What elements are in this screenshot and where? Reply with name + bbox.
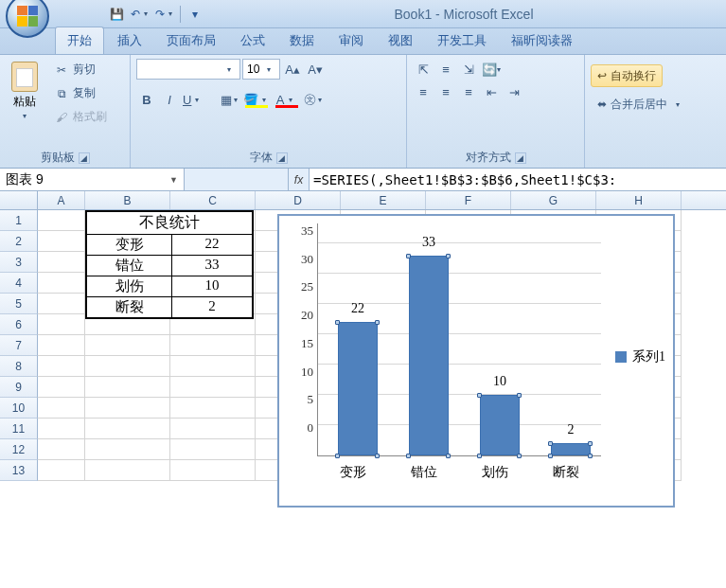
decrease-indent-button[interactable]: ⇤ xyxy=(481,81,502,102)
cell[interactable] xyxy=(85,377,170,398)
col-header[interactable]: E xyxy=(341,191,426,209)
wrap-text-button[interactable]: ↩自动换行 xyxy=(591,64,663,87)
dialog-launcher-icon[interactable]: ◢ xyxy=(79,152,90,164)
cell[interactable] xyxy=(38,210,85,231)
cell[interactable] xyxy=(170,335,256,356)
align-right-button[interactable]: ≡ xyxy=(458,81,479,102)
borders-button[interactable]: ▦▾ xyxy=(220,89,240,110)
qat-customize[interactable]: ▾ xyxy=(185,4,205,25)
align-top-button[interactable]: ⇱ xyxy=(413,59,434,80)
tab-foxit[interactable]: 福昕阅读器 xyxy=(500,27,584,54)
format-painter-button[interactable]: 🖌格式刷 xyxy=(49,106,112,128)
align-center-button[interactable]: ≡ xyxy=(435,81,456,102)
qat-redo[interactable]: ↷▾ xyxy=(155,4,176,25)
copy-button[interactable]: ⧉复制 xyxy=(49,82,112,104)
cut-button[interactable]: ✂剪切 xyxy=(49,59,112,80)
row-header[interactable]: 3 xyxy=(0,252,38,273)
row-header[interactable]: 2 xyxy=(0,231,38,252)
col-header[interactable]: G xyxy=(511,191,596,209)
plot-area[interactable]: 2233102 xyxy=(317,223,601,456)
qat-save[interactable]: 💾 xyxy=(106,4,127,25)
row-header[interactable]: 11 xyxy=(0,419,38,439)
font-size-combobox[interactable]: 10▾ xyxy=(242,59,280,80)
cell[interactable] xyxy=(170,460,256,481)
embedded-chart[interactable]: 35302520151050 2233102 变形错位划伤断裂 系列1 xyxy=(277,214,675,508)
row-header[interactable]: 6 xyxy=(0,314,38,335)
chevron-down-icon[interactable]: ▼ xyxy=(169,175,178,185)
row-header[interactable]: 10 xyxy=(0,398,38,419)
col-header[interactable]: H xyxy=(596,191,682,209)
cell[interactable] xyxy=(38,252,85,273)
cell[interactable] xyxy=(85,460,170,481)
tab-developer[interactable]: 开发工具 xyxy=(426,27,498,54)
cell[interactable] xyxy=(85,335,170,356)
chevron-down-icon[interactable]: ▾ xyxy=(222,65,236,74)
tab-data[interactable]: 数据 xyxy=(278,27,326,54)
cell[interactable] xyxy=(170,377,256,398)
chart-legend[interactable]: 系列1 xyxy=(615,348,665,365)
col-header[interactable]: C xyxy=(170,191,256,209)
cell[interactable] xyxy=(38,460,85,481)
cell[interactable] xyxy=(38,335,85,356)
cell[interactable] xyxy=(38,377,85,398)
align-middle-button[interactable]: ≡ xyxy=(435,59,456,80)
chevron-down-icon[interactable]: ▾ xyxy=(258,96,270,104)
cell[interactable] xyxy=(85,356,170,377)
select-all-corner[interactable] xyxy=(0,191,38,209)
chevron-down-icon[interactable]: ▾ xyxy=(18,112,31,120)
cell[interactable] xyxy=(38,439,85,460)
chevron-down-icon[interactable]: ▾ xyxy=(316,96,323,104)
cell[interactable] xyxy=(38,419,85,439)
tab-review[interactable]: 审阅 xyxy=(328,27,375,54)
row-header[interactable]: 12 xyxy=(0,439,38,460)
chevron-down-icon[interactable]: ▾ xyxy=(671,100,684,109)
col-header[interactable]: F xyxy=(426,191,511,209)
paste-button[interactable]: 粘贴 ▾ xyxy=(6,59,44,123)
italic-button[interactable]: I xyxy=(159,89,180,110)
dialog-launcher-icon[interactable]: ◢ xyxy=(276,152,288,164)
tab-view[interactable]: 视图 xyxy=(377,27,424,54)
row-header[interactable]: 7 xyxy=(0,335,38,356)
tab-formulas[interactable]: 公式 xyxy=(229,27,276,54)
bold-button[interactable]: B xyxy=(136,89,157,110)
font-color-button[interactable]: A▾ xyxy=(273,89,301,110)
align-left-button[interactable]: ≡ xyxy=(413,81,434,102)
tab-home[interactable]: 开始 xyxy=(55,27,104,54)
row-header[interactable]: 13 xyxy=(0,460,38,481)
chevron-down-icon[interactable]: ▾ xyxy=(140,9,151,18)
chart-bar[interactable] xyxy=(480,395,520,455)
cell[interactable] xyxy=(38,356,85,377)
row-header[interactable]: 9 xyxy=(0,377,38,398)
chevron-down-icon[interactable]: ▾ xyxy=(165,9,176,18)
fx-icon[interactable]: fx xyxy=(289,169,310,190)
cell[interactable] xyxy=(170,356,256,377)
chevron-down-icon[interactable]: ▾ xyxy=(232,96,239,104)
chevron-down-icon[interactable]: ▾ xyxy=(191,96,202,104)
cell[interactable] xyxy=(170,419,256,439)
qat-undo[interactable]: ↶▾ xyxy=(131,4,151,25)
cell[interactable] xyxy=(85,439,170,460)
cell[interactable] xyxy=(85,398,170,419)
shrink-font-button[interactable]: A▾ xyxy=(305,59,326,80)
cell[interactable] xyxy=(38,398,85,419)
row-header[interactable]: 8 xyxy=(0,356,38,377)
merge-center-button[interactable]: ⬌合并后居中▾ xyxy=(591,93,691,116)
phonetic-button[interactable]: ㉆▾ xyxy=(303,89,324,110)
row-header[interactable]: 1 xyxy=(0,210,38,231)
cell[interactable] xyxy=(38,314,85,335)
chevron-down-icon[interactable]: ▾ xyxy=(262,65,275,74)
col-header[interactable]: D xyxy=(256,191,341,209)
cell[interactable] xyxy=(38,294,85,314)
orientation-button[interactable]: 🔄▾ xyxy=(481,59,502,80)
cell[interactable] xyxy=(38,231,85,252)
cell[interactable] xyxy=(85,419,170,439)
increase-indent-button[interactable]: ⇥ xyxy=(504,81,524,102)
row-header[interactable]: 5 xyxy=(0,294,38,314)
align-bottom-button[interactable]: ⇲ xyxy=(458,59,479,80)
chart-bar[interactable] xyxy=(338,322,378,455)
chevron-down-icon[interactable]: ▾ xyxy=(284,96,297,104)
col-header[interactable]: B xyxy=(85,191,170,209)
cell[interactable] xyxy=(170,439,256,460)
cell[interactable] xyxy=(170,398,256,419)
font-name-combobox[interactable]: ▾ xyxy=(136,59,240,80)
